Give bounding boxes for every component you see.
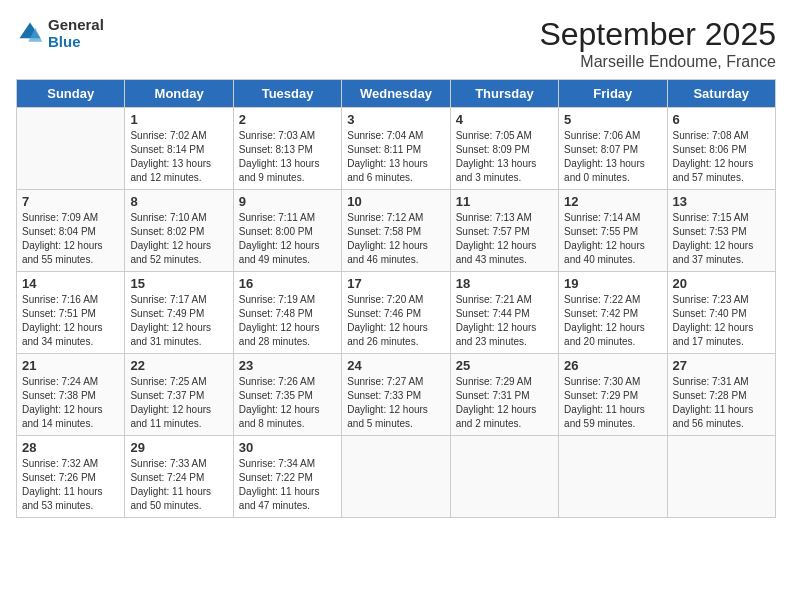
calendar-week-1: 1Sunrise: 7:02 AM Sunset: 8:14 PM Daylig… bbox=[17, 108, 776, 190]
logo-general: General bbox=[48, 16, 104, 33]
day-number: 22 bbox=[130, 358, 227, 373]
title-block: September 2025 Marseille Endoume, France bbox=[539, 16, 776, 71]
calendar-cell bbox=[17, 108, 125, 190]
day-info: Sunrise: 7:10 AM Sunset: 8:02 PM Dayligh… bbox=[130, 211, 227, 267]
day-info: Sunrise: 7:25 AM Sunset: 7:37 PM Dayligh… bbox=[130, 375, 227, 431]
day-info: Sunrise: 7:02 AM Sunset: 8:14 PM Dayligh… bbox=[130, 129, 227, 185]
calendar-cell: 2Sunrise: 7:03 AM Sunset: 8:13 PM Daylig… bbox=[233, 108, 341, 190]
calendar-cell: 14Sunrise: 7:16 AM Sunset: 7:51 PM Dayli… bbox=[17, 272, 125, 354]
day-info: Sunrise: 7:26 AM Sunset: 7:35 PM Dayligh… bbox=[239, 375, 336, 431]
calendar-cell: 6Sunrise: 7:08 AM Sunset: 8:06 PM Daylig… bbox=[667, 108, 775, 190]
calendar-week-3: 14Sunrise: 7:16 AM Sunset: 7:51 PM Dayli… bbox=[17, 272, 776, 354]
day-info: Sunrise: 7:31 AM Sunset: 7:28 PM Dayligh… bbox=[673, 375, 770, 431]
day-number: 18 bbox=[456, 276, 553, 291]
calendar-cell: 25Sunrise: 7:29 AM Sunset: 7:31 PM Dayli… bbox=[450, 354, 558, 436]
location-title: Marseille Endoume, France bbox=[539, 53, 776, 71]
day-number: 21 bbox=[22, 358, 119, 373]
day-number: 13 bbox=[673, 194, 770, 209]
calendar-cell: 19Sunrise: 7:22 AM Sunset: 7:42 PM Dayli… bbox=[559, 272, 667, 354]
calendar-week-2: 7Sunrise: 7:09 AM Sunset: 8:04 PM Daylig… bbox=[17, 190, 776, 272]
day-number: 17 bbox=[347, 276, 444, 291]
calendar-cell: 15Sunrise: 7:17 AM Sunset: 7:49 PM Dayli… bbox=[125, 272, 233, 354]
calendar-cell: 28Sunrise: 7:32 AM Sunset: 7:26 PM Dayli… bbox=[17, 436, 125, 518]
weekday-header-friday: Friday bbox=[559, 80, 667, 108]
logo-icon bbox=[16, 19, 44, 47]
day-number: 14 bbox=[22, 276, 119, 291]
day-number: 30 bbox=[239, 440, 336, 455]
day-number: 29 bbox=[130, 440, 227, 455]
calendar-week-4: 21Sunrise: 7:24 AM Sunset: 7:38 PM Dayli… bbox=[17, 354, 776, 436]
calendar-cell: 27Sunrise: 7:31 AM Sunset: 7:28 PM Dayli… bbox=[667, 354, 775, 436]
day-number: 19 bbox=[564, 276, 661, 291]
day-info: Sunrise: 7:20 AM Sunset: 7:46 PM Dayligh… bbox=[347, 293, 444, 349]
weekday-header-saturday: Saturday bbox=[667, 80, 775, 108]
day-number: 26 bbox=[564, 358, 661, 373]
day-info: Sunrise: 7:27 AM Sunset: 7:33 PM Dayligh… bbox=[347, 375, 444, 431]
calendar-cell: 17Sunrise: 7:20 AM Sunset: 7:46 PM Dayli… bbox=[342, 272, 450, 354]
month-title: September 2025 bbox=[539, 16, 776, 53]
calendar-cell: 9Sunrise: 7:11 AM Sunset: 8:00 PM Daylig… bbox=[233, 190, 341, 272]
day-number: 12 bbox=[564, 194, 661, 209]
day-info: Sunrise: 7:09 AM Sunset: 8:04 PM Dayligh… bbox=[22, 211, 119, 267]
weekday-header-thursday: Thursday bbox=[450, 80, 558, 108]
day-info: Sunrise: 7:06 AM Sunset: 8:07 PM Dayligh… bbox=[564, 129, 661, 185]
logo: General Blue bbox=[16, 16, 104, 50]
day-info: Sunrise: 7:17 AM Sunset: 7:49 PM Dayligh… bbox=[130, 293, 227, 349]
calendar-cell: 5Sunrise: 7:06 AM Sunset: 8:07 PM Daylig… bbox=[559, 108, 667, 190]
calendar-cell bbox=[559, 436, 667, 518]
day-number: 16 bbox=[239, 276, 336, 291]
weekday-header-wednesday: Wednesday bbox=[342, 80, 450, 108]
weekday-header-monday: Monday bbox=[125, 80, 233, 108]
day-number: 10 bbox=[347, 194, 444, 209]
day-info: Sunrise: 7:15 AM Sunset: 7:53 PM Dayligh… bbox=[673, 211, 770, 267]
day-number: 5 bbox=[564, 112, 661, 127]
day-info: Sunrise: 7:08 AM Sunset: 8:06 PM Dayligh… bbox=[673, 129, 770, 185]
day-info: Sunrise: 7:34 AM Sunset: 7:22 PM Dayligh… bbox=[239, 457, 336, 513]
day-info: Sunrise: 7:12 AM Sunset: 7:58 PM Dayligh… bbox=[347, 211, 444, 267]
day-info: Sunrise: 7:03 AM Sunset: 8:13 PM Dayligh… bbox=[239, 129, 336, 185]
day-info: Sunrise: 7:29 AM Sunset: 7:31 PM Dayligh… bbox=[456, 375, 553, 431]
day-info: Sunrise: 7:23 AM Sunset: 7:40 PM Dayligh… bbox=[673, 293, 770, 349]
calendar-cell: 23Sunrise: 7:26 AM Sunset: 7:35 PM Dayli… bbox=[233, 354, 341, 436]
calendar-cell: 12Sunrise: 7:14 AM Sunset: 7:55 PM Dayli… bbox=[559, 190, 667, 272]
day-info: Sunrise: 7:24 AM Sunset: 7:38 PM Dayligh… bbox=[22, 375, 119, 431]
calendar-body: 1Sunrise: 7:02 AM Sunset: 8:14 PM Daylig… bbox=[17, 108, 776, 518]
day-number: 3 bbox=[347, 112, 444, 127]
day-number: 7 bbox=[22, 194, 119, 209]
day-info: Sunrise: 7:16 AM Sunset: 7:51 PM Dayligh… bbox=[22, 293, 119, 349]
calendar-cell bbox=[342, 436, 450, 518]
logo-text: General Blue bbox=[48, 16, 104, 50]
calendar-cell: 16Sunrise: 7:19 AM Sunset: 7:48 PM Dayli… bbox=[233, 272, 341, 354]
calendar-header: SundayMondayTuesdayWednesdayThursdayFrid… bbox=[17, 80, 776, 108]
calendar-cell: 3Sunrise: 7:04 AM Sunset: 8:11 PM Daylig… bbox=[342, 108, 450, 190]
calendar-cell: 20Sunrise: 7:23 AM Sunset: 7:40 PM Dayli… bbox=[667, 272, 775, 354]
day-info: Sunrise: 7:21 AM Sunset: 7:44 PM Dayligh… bbox=[456, 293, 553, 349]
day-number: 28 bbox=[22, 440, 119, 455]
day-number: 1 bbox=[130, 112, 227, 127]
weekday-header-tuesday: Tuesday bbox=[233, 80, 341, 108]
day-info: Sunrise: 7:33 AM Sunset: 7:24 PM Dayligh… bbox=[130, 457, 227, 513]
calendar-cell: 29Sunrise: 7:33 AM Sunset: 7:24 PM Dayli… bbox=[125, 436, 233, 518]
day-info: Sunrise: 7:04 AM Sunset: 8:11 PM Dayligh… bbox=[347, 129, 444, 185]
day-info: Sunrise: 7:05 AM Sunset: 8:09 PM Dayligh… bbox=[456, 129, 553, 185]
day-info: Sunrise: 7:32 AM Sunset: 7:26 PM Dayligh… bbox=[22, 457, 119, 513]
calendar-cell bbox=[450, 436, 558, 518]
day-number: 4 bbox=[456, 112, 553, 127]
day-number: 27 bbox=[673, 358, 770, 373]
day-number: 2 bbox=[239, 112, 336, 127]
day-number: 25 bbox=[456, 358, 553, 373]
day-info: Sunrise: 7:14 AM Sunset: 7:55 PM Dayligh… bbox=[564, 211, 661, 267]
day-number: 20 bbox=[673, 276, 770, 291]
day-number: 11 bbox=[456, 194, 553, 209]
weekday-header-row: SundayMondayTuesdayWednesdayThursdayFrid… bbox=[17, 80, 776, 108]
day-info: Sunrise: 7:13 AM Sunset: 7:57 PM Dayligh… bbox=[456, 211, 553, 267]
calendar-cell: 10Sunrise: 7:12 AM Sunset: 7:58 PM Dayli… bbox=[342, 190, 450, 272]
calendar-cell: 13Sunrise: 7:15 AM Sunset: 7:53 PM Dayli… bbox=[667, 190, 775, 272]
calendar-cell: 7Sunrise: 7:09 AM Sunset: 8:04 PM Daylig… bbox=[17, 190, 125, 272]
day-number: 6 bbox=[673, 112, 770, 127]
calendar-cell: 21Sunrise: 7:24 AM Sunset: 7:38 PM Dayli… bbox=[17, 354, 125, 436]
day-number: 23 bbox=[239, 358, 336, 373]
calendar-cell: 26Sunrise: 7:30 AM Sunset: 7:29 PM Dayli… bbox=[559, 354, 667, 436]
calendar-cell: 30Sunrise: 7:34 AM Sunset: 7:22 PM Dayli… bbox=[233, 436, 341, 518]
day-info: Sunrise: 7:19 AM Sunset: 7:48 PM Dayligh… bbox=[239, 293, 336, 349]
